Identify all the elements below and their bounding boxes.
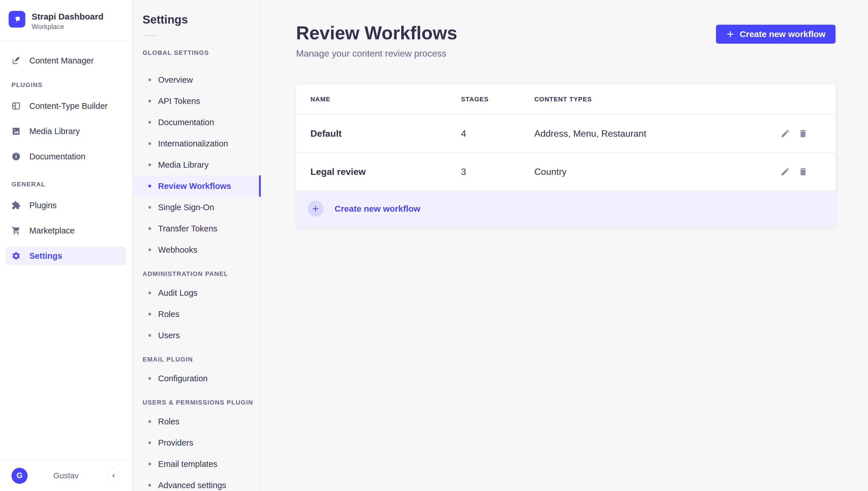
row-actions: [766, 167, 836, 177]
subnav-item-webhooks[interactable]: Webhooks: [132, 239, 261, 260]
bullet-dot: [148, 249, 151, 251]
bullet-dot: [148, 377, 151, 380]
sidebar-item-label: Content-Type Builder: [29, 102, 108, 111]
subnav-section-label: EMAIL PLUGIN: [142, 356, 261, 363]
sidebar-item-marketplace[interactable]: Marketplace: [6, 221, 126, 240]
subnav-title: Settings: [142, 12, 261, 27]
plus-circle: [307, 201, 324, 217]
delete-workflow-button[interactable]: [798, 167, 808, 177]
row-actions: [766, 128, 836, 138]
subnav-item-overview[interactable]: Overview: [132, 69, 261, 90]
sidebar-section-general: GENERAL: [11, 181, 126, 188]
subnav-item-audit-logs[interactable]: Audit Logs: [132, 282, 261, 304]
bullet-dot: [148, 334, 151, 337]
main-content: Review Workflows Manage your content rev…: [261, 0, 868, 491]
column-header-content-types: CONTENT TYPES: [534, 96, 766, 103]
subnav-item-advanced-settings[interactable]: Advanced settings: [132, 474, 261, 491]
subnav-item-admin-roles[interactable]: Roles: [132, 304, 261, 325]
sidebar-footer: G Gustav: [0, 460, 132, 491]
sidebar-item-content-type-builder[interactable]: Content-Type Builder: [6, 97, 126, 115]
bullet-dot: [148, 441, 151, 444]
subnav-item-label: Users: [158, 331, 180, 340]
workspace-brand[interactable]: Strapi Dashboard Workplace: [0, 0, 132, 41]
strapi-logo-mark: [12, 14, 22, 24]
bullet-dot: [148, 227, 151, 230]
footer-create-workflow-label: Create new workflow: [334, 204, 420, 213]
subnav-item-documentation[interactable]: Documentation: [132, 112, 261, 133]
bullet-dot: [148, 420, 151, 423]
sidebar-nav: Content Manager PLUGINS Content-Type Bui…: [0, 41, 132, 460]
subnav-item-label: Review Workflows: [158, 181, 231, 191]
workflow-stages: 3: [461, 167, 534, 177]
table-row-default: Default 4 Address, Menu, Restaurant: [296, 115, 836, 152]
bullet-dot: [148, 313, 151, 316]
workspace-title: Strapi Dashboard: [32, 11, 104, 22]
subnav-item-label: Providers: [158, 438, 193, 447]
sidebar-item-media-library[interactable]: Media Library: [6, 122, 126, 140]
bullet-dot: [148, 484, 151, 487]
subnav-section-label: USERS & PERMISSIONS PLUGIN: [142, 399, 261, 406]
sidebar-item-label: Documentation: [29, 152, 85, 162]
subnav-item-label: Email templates: [158, 459, 217, 469]
subnav-item-label: Documentation: [158, 118, 214, 127]
subnav-item-label: Overview: [158, 75, 193, 85]
bullet-dot: [148, 99, 151, 103]
avatar[interactable]: G: [11, 468, 28, 484]
subnav-section-administration-panel: ADMINISTRATION PANEL Audit Logs Roles Us…: [132, 270, 261, 346]
create-new-workflow-button[interactable]: Create new workflow: [716, 25, 836, 44]
sidebar-item-documentation[interactable]: Documentation: [6, 147, 126, 166]
table-header-row: NAME STAGES CONTENT TYPES: [296, 84, 836, 115]
subnav-item-email-configuration[interactable]: Configuration: [132, 368, 261, 389]
sidebar-item-plugins[interactable]: Plugins: [6, 196, 126, 214]
page-subtitle: Manage your content review process: [296, 48, 836, 59]
column-header-stages: STAGES: [461, 96, 534, 103]
trash-icon: [798, 167, 808, 177]
image-icon: [11, 126, 21, 136]
subnav-item-label: Audit Logs: [158, 288, 197, 298]
workflow-content-types: Country: [534, 167, 766, 177]
subnav-section-users-permissions-plugin: USERS & PERMISSIONS PLUGIN Roles Provide…: [132, 399, 261, 491]
edit-workflow-button[interactable]: [780, 128, 790, 138]
bullet-dot: [148, 463, 151, 465]
subnav-item-email-templates[interactable]: Email templates: [132, 453, 261, 474]
edit-workflow-button[interactable]: [780, 167, 790, 177]
subnav-item-label: Roles: [158, 417, 179, 426]
shopping-cart-icon: [11, 226, 21, 235]
workspace-subtitle: Workplace: [32, 22, 104, 31]
table-row-legal-review: Legal review 3 Country: [296, 152, 836, 191]
subnav-item-label: Transfer Tokens: [158, 224, 217, 233]
sidebar-item-label: Settings: [29, 251, 62, 261]
gear-icon: [11, 251, 21, 260]
delete-workflow-button[interactable]: [798, 128, 808, 138]
bullet-dot: [148, 78, 151, 81]
subnav-item-review-workflows[interactable]: Review Workflows: [132, 175, 261, 197]
workflow-stages: 4: [461, 128, 534, 139]
subnav-section-label: ADMINISTRATION PANEL: [142, 270, 261, 278]
settings-subnav: Settings GLOBAL SETTINGS Overview API To…: [132, 0, 261, 491]
subnav-item-media-library[interactable]: Media Library: [132, 154, 261, 175]
chevron-left-icon: [110, 473, 117, 479]
sidebar-item-settings[interactable]: Settings: [6, 247, 126, 265]
puzzle-icon: [11, 201, 21, 210]
bullet-dot: [148, 291, 151, 294]
subnav-item-single-sign-on[interactable]: Single Sign-On: [132, 197, 261, 218]
sidebar-item-content-manager[interactable]: Content Manager: [6, 51, 126, 70]
subnav-item-label: Single Sign-On: [158, 203, 214, 212]
subnav-item-label: Media Library: [158, 160, 209, 170]
sidebar-item-label: Plugins: [29, 201, 57, 210]
subnav-item-admin-users[interactable]: Users: [132, 325, 261, 346]
subnav-item-transfer-tokens[interactable]: Transfer Tokens: [132, 218, 261, 239]
create-new-workflow-label: Create new workflow: [740, 29, 825, 39]
subnav-item-label: Advanced settings: [158, 481, 226, 490]
collapse-sidebar-button[interactable]: [108, 468, 119, 483]
subnav-item-label: Roles: [158, 310, 179, 319]
workflows-table-card: NAME STAGES CONTENT TYPES Default 4 Addr…: [296, 84, 836, 227]
subnav-item-up-roles[interactable]: Roles: [132, 411, 261, 432]
edit-pencil-icon: [780, 167, 790, 177]
table-footer-create-workflow[interactable]: Create new workflow: [296, 191, 836, 227]
subnav-item-api-tokens[interactable]: API Tokens: [132, 90, 261, 112]
subnav-item-internationalization[interactable]: Internationalization: [132, 133, 261, 154]
layout-grid-icon: [11, 102, 21, 111]
subnav-item-providers[interactable]: Providers: [132, 432, 261, 453]
bullet-dot: [148, 206, 151, 209]
